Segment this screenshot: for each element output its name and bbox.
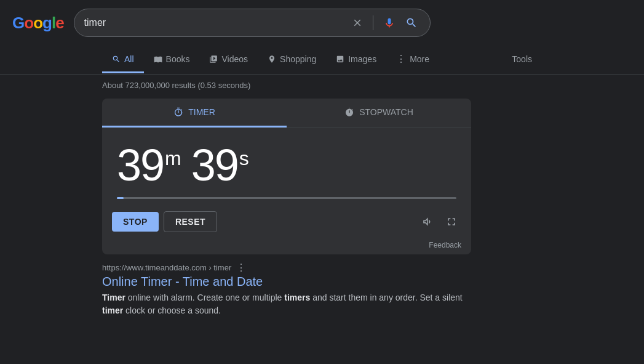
search-divider [373,15,373,30]
results-info: About 723,000,000 results (0.53 seconds) [0,75,644,94]
widget-tab-stopwatch[interactable]: STOPWATCH [287,99,471,127]
search-bar [74,9,431,37]
book-icon [154,55,162,63]
timer-icon [173,107,183,117]
shopping-icon [268,55,276,63]
image-icon [336,55,344,63]
stopwatch-icon [344,107,354,117]
widget-controls: STOP RESET [102,205,471,238]
timer-seconds-unit: s [239,147,248,169]
tab-videos-label: Videos [221,54,248,64]
tab-shopping[interactable]: Shopping [258,47,326,73]
tab-tools-label: Tools [512,54,532,64]
search-small-icon [112,55,121,63]
timer-widget: TIMER STOPWATCH 39m 39s STOP RESET [102,99,471,254]
tab-all[interactable]: All [102,47,144,73]
tab-all-label: All [124,54,134,64]
widget-right-icons [417,212,461,232]
microphone-icon [383,17,396,29]
result-options-icon[interactable]: ⋮ [236,262,246,273]
result-snippet: Timer online with alarm. Create one or m… [102,291,471,317]
result-url-row: https://www.timeanddate.com › timer ⋮ [102,262,542,273]
widget-tabs: TIMER STOPWATCH [102,99,471,128]
tab-tools[interactable]: Tools [502,47,542,73]
tab-more[interactable]: ⋮ More [386,46,439,74]
clear-button[interactable] [349,15,365,31]
result-url: https://www.timeanddate.com › timer [102,263,231,272]
tab-videos[interactable]: Videos [199,47,258,73]
sound-button[interactable] [417,212,437,232]
tab-books-label: Books [166,54,190,64]
more-dots-icon: ⋮ [396,53,406,65]
search-result: https://www.timeanddate.com › timer ⋮ On… [102,262,542,317]
timer-display-area: 39m 39s [102,128,471,205]
volume-icon [421,216,433,228]
nav-tabs: All Books Videos Shopping Images ⋮ More … [0,46,644,75]
google-logo: Google [12,14,64,33]
video-icon [209,55,218,63]
widget-tab-timer[interactable]: TIMER [102,99,287,127]
timer-digits: 39m 39s [117,143,456,187]
feedback-label[interactable]: Feedback [429,241,461,249]
timer-minutes: 39 [117,140,164,190]
progress-bar-container [117,197,456,199]
fullscreen-icon [445,216,458,228]
timer-minutes-unit: m [165,147,180,169]
tab-more-label: More [410,54,429,64]
tab-shopping-label: Shopping [280,54,316,64]
search-icon [405,17,418,29]
voice-search-button[interactable] [381,14,398,31]
tab-books[interactable]: Books [144,47,200,73]
stopwatch-tab-label: STOPWATCH [359,107,413,117]
header: Google [0,0,644,46]
result-title[interactable]: Online Timer - Time and Date [102,275,263,288]
feedback-row: Feedback [102,238,471,254]
search-submit-button[interactable] [403,14,420,31]
reset-button[interactable]: RESET [164,211,217,232]
search-input[interactable] [84,17,344,28]
timer-tab-label: TIMER [188,107,215,117]
tab-images[interactable]: Images [326,47,386,73]
timer-seconds: 39 [191,140,238,190]
progress-bar-fill [117,197,124,199]
tab-images-label: Images [348,54,376,64]
clear-icon [352,17,363,28]
stop-button[interactable]: STOP [112,212,159,232]
fullscreen-button[interactable] [442,212,461,232]
